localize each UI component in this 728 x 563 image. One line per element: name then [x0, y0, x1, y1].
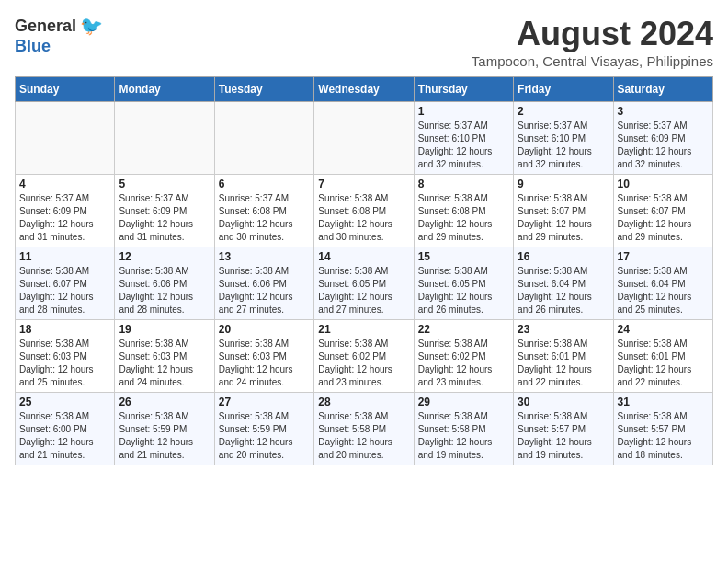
- day-number: 13: [219, 250, 310, 263]
- day-number: 22: [418, 323, 509, 336]
- week-row-2: 4Sunrise: 5:37 AMSunset: 6:09 PMDaylight…: [16, 175, 713, 247]
- day-number: 7: [318, 178, 409, 190]
- week-row-3: 11Sunrise: 5:38 AMSunset: 6:07 PMDayligh…: [16, 247, 713, 320]
- day-info: Sunrise: 5:38 AMSunset: 6:03 PMDaylight:…: [19, 338, 110, 389]
- day-cell: 25Sunrise: 5:38 AMSunset: 6:00 PMDayligh…: [16, 393, 115, 465]
- day-cell: 7Sunrise: 5:38 AMSunset: 6:08 PMDaylight…: [314, 175, 414, 247]
- day-cell: 26Sunrise: 5:38 AMSunset: 5:59 PMDayligh…: [115, 393, 214, 465]
- day-info: Sunrise: 5:38 AMSunset: 6:05 PMDaylight:…: [418, 265, 509, 316]
- day-number: 24: [618, 323, 709, 336]
- day-info: Sunrise: 5:38 AMSunset: 6:03 PMDaylight:…: [219, 338, 310, 389]
- day-cell: 31Sunrise: 5:38 AMSunset: 5:57 PMDayligh…: [613, 393, 712, 465]
- week-row-5: 25Sunrise: 5:38 AMSunset: 6:00 PMDayligh…: [16, 393, 713, 465]
- day-cell: [314, 102, 414, 175]
- day-cell: 23Sunrise: 5:38 AMSunset: 6:01 PMDayligh…: [514, 320, 613, 393]
- day-number: 6: [219, 178, 310, 190]
- day-number: 19: [119, 323, 210, 336]
- day-number: 16: [518, 250, 609, 263]
- day-number: 21: [318, 323, 409, 336]
- day-info: Sunrise: 5:38 AMSunset: 5:59 PMDaylight:…: [219, 410, 310, 462]
- day-info: Sunrise: 5:38 AMSunset: 5:57 PMDaylight:…: [618, 410, 709, 462]
- weekday-header-wednesday: Wednesday: [314, 77, 414, 102]
- logo: General 🐦 Blue: [15, 15, 103, 56]
- day-number: 17: [618, 250, 709, 263]
- day-info: Sunrise: 5:37 AMSunset: 6:09 PMDaylight:…: [119, 192, 210, 244]
- logo-blue-text: Blue: [15, 37, 51, 56]
- day-number: 15: [418, 250, 509, 263]
- day-cell: 14Sunrise: 5:38 AMSunset: 6:05 PMDayligh…: [314, 247, 414, 320]
- day-info: Sunrise: 5:37 AMSunset: 6:10 PMDaylight:…: [518, 120, 609, 171]
- day-cell: 17Sunrise: 5:38 AMSunset: 6:04 PMDayligh…: [613, 247, 712, 320]
- day-number: 30: [518, 396, 609, 408]
- day-cell: 8Sunrise: 5:38 AMSunset: 6:08 PMDaylight…: [414, 175, 513, 247]
- day-number: 27: [219, 396, 310, 408]
- day-cell: 12Sunrise: 5:38 AMSunset: 6:06 PMDayligh…: [115, 247, 214, 320]
- day-cell: 28Sunrise: 5:38 AMSunset: 5:58 PMDayligh…: [314, 393, 414, 465]
- day-info: Sunrise: 5:38 AMSunset: 6:04 PMDaylight:…: [518, 265, 609, 316]
- day-number: 25: [19, 396, 110, 408]
- day-number: 9: [518, 178, 609, 190]
- day-info: Sunrise: 5:38 AMSunset: 6:08 PMDaylight:…: [418, 192, 509, 244]
- day-number: 23: [518, 323, 609, 336]
- day-info: Sunrise: 5:38 AMSunset: 5:58 PMDaylight:…: [318, 410, 409, 462]
- day-cell: 13Sunrise: 5:38 AMSunset: 6:06 PMDayligh…: [214, 247, 313, 320]
- day-cell: 20Sunrise: 5:38 AMSunset: 6:03 PMDayligh…: [214, 320, 313, 393]
- day-info: Sunrise: 5:37 AMSunset: 6:09 PMDaylight:…: [618, 120, 709, 171]
- calendar-table: SundayMondayTuesdayWednesdayThursdayFrid…: [15, 76, 713, 465]
- day-number: 10: [618, 178, 709, 190]
- day-info: Sunrise: 5:38 AMSunset: 6:00 PMDaylight:…: [19, 410, 110, 462]
- day-number: 29: [418, 396, 509, 408]
- day-info: Sunrise: 5:37 AMSunset: 6:08 PMDaylight:…: [219, 192, 310, 244]
- day-info: Sunrise: 5:38 AMSunset: 6:01 PMDaylight:…: [618, 338, 709, 389]
- day-cell: 15Sunrise: 5:38 AMSunset: 6:05 PMDayligh…: [414, 247, 513, 320]
- logo-general-text: General: [15, 17, 76, 36]
- weekday-header-row: SundayMondayTuesdayWednesdayThursdayFrid…: [16, 77, 713, 102]
- day-cell: 1Sunrise: 5:37 AMSunset: 6:10 PMDaylight…: [414, 102, 513, 175]
- day-info: Sunrise: 5:38 AMSunset: 6:05 PMDaylight:…: [318, 265, 409, 316]
- day-number: 31: [618, 396, 709, 408]
- day-info: Sunrise: 5:38 AMSunset: 6:08 PMDaylight:…: [318, 192, 409, 244]
- day-info: Sunrise: 5:38 AMSunset: 6:04 PMDaylight:…: [618, 265, 709, 316]
- day-cell: 22Sunrise: 5:38 AMSunset: 6:02 PMDayligh…: [414, 320, 513, 393]
- day-number: 20: [219, 323, 310, 336]
- day-info: Sunrise: 5:38 AMSunset: 6:07 PMDaylight:…: [19, 265, 110, 316]
- weekday-header-friday: Friday: [514, 77, 613, 102]
- day-cell: 24Sunrise: 5:38 AMSunset: 6:01 PMDayligh…: [613, 320, 712, 393]
- weekday-header-thursday: Thursday: [414, 77, 513, 102]
- week-row-4: 18Sunrise: 5:38 AMSunset: 6:03 PMDayligh…: [16, 320, 713, 393]
- day-cell: 18Sunrise: 5:38 AMSunset: 6:03 PMDayligh…: [16, 320, 115, 393]
- day-info: Sunrise: 5:38 AMSunset: 6:07 PMDaylight:…: [618, 192, 709, 244]
- day-cell: 10Sunrise: 5:38 AMSunset: 6:07 PMDayligh…: [613, 175, 712, 247]
- day-number: 8: [418, 178, 509, 190]
- day-number: 28: [318, 396, 409, 408]
- day-cell: 30Sunrise: 5:38 AMSunset: 5:57 PMDayligh…: [514, 393, 613, 465]
- day-cell: 19Sunrise: 5:38 AMSunset: 6:03 PMDayligh…: [115, 320, 214, 393]
- day-cell: 27Sunrise: 5:38 AMSunset: 5:59 PMDayligh…: [214, 393, 313, 465]
- day-cell: 16Sunrise: 5:38 AMSunset: 6:04 PMDayligh…: [514, 247, 613, 320]
- day-info: Sunrise: 5:38 AMSunset: 6:07 PMDaylight:…: [518, 192, 609, 244]
- day-cell: 11Sunrise: 5:38 AMSunset: 6:07 PMDayligh…: [16, 247, 115, 320]
- week-row-1: 1Sunrise: 5:37 AMSunset: 6:10 PMDaylight…: [16, 102, 713, 175]
- day-number: 14: [318, 250, 409, 263]
- weekday-header-sunday: Sunday: [16, 77, 115, 102]
- month-year-title: August 2024: [472, 15, 713, 53]
- day-info: Sunrise: 5:38 AMSunset: 6:01 PMDaylight:…: [518, 338, 609, 389]
- day-cell: 9Sunrise: 5:38 AMSunset: 6:07 PMDaylight…: [514, 175, 613, 247]
- day-number: 11: [19, 250, 110, 263]
- weekday-header-saturday: Saturday: [613, 77, 712, 102]
- page-header: General 🐦 Blue August 2024 Tampocon, Cen…: [15, 15, 713, 69]
- day-cell: 3Sunrise: 5:37 AMSunset: 6:09 PMDaylight…: [613, 102, 712, 175]
- day-info: Sunrise: 5:37 AMSunset: 6:09 PMDaylight:…: [19, 192, 110, 244]
- location-subtitle: Tampocon, Central Visayas, Philippines: [472, 53, 713, 69]
- weekday-header-tuesday: Tuesday: [214, 77, 313, 102]
- day-info: Sunrise: 5:38 AMSunset: 6:02 PMDaylight:…: [418, 338, 509, 389]
- day-info: Sunrise: 5:38 AMSunset: 5:57 PMDaylight:…: [518, 410, 609, 462]
- day-cell: [214, 102, 313, 175]
- day-number: 3: [618, 105, 709, 118]
- day-cell: 4Sunrise: 5:37 AMSunset: 6:09 PMDaylight…: [16, 175, 115, 247]
- weekday-header-monday: Monday: [115, 77, 214, 102]
- day-number: 18: [19, 323, 110, 336]
- day-cell: 21Sunrise: 5:38 AMSunset: 6:02 PMDayligh…: [314, 320, 414, 393]
- day-number: 4: [19, 178, 110, 190]
- day-info: Sunrise: 5:38 AMSunset: 6:06 PMDaylight:…: [119, 265, 210, 316]
